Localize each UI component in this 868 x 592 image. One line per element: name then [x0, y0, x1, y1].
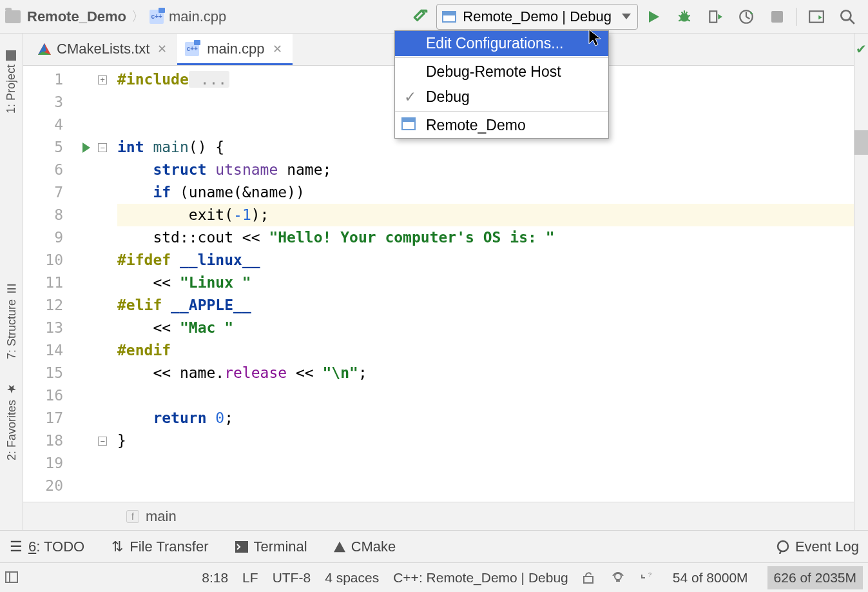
- lock-icon[interactable]: [583, 571, 597, 585]
- run-config-selector[interactable]: Remote_Demo | Debug: [436, 4, 638, 30]
- svg-point-8: [778, 541, 788, 551]
- dropdown-debug[interactable]: ✓ Debug: [395, 84, 608, 110]
- svg-rect-11: [584, 577, 593, 583]
- tool-event-log[interactable]: Event Log: [776, 538, 859, 555]
- status-bar: 8:18 LF UTF-8 4 spaces C++: Remote_Demo …: [0, 562, 868, 592]
- svg-point-4: [841, 10, 851, 20]
- profile-icon[interactable]: [737, 8, 755, 26]
- breadcrumb-function[interactable]: main: [146, 508, 177, 525]
- fold-end-icon[interactable]: −: [98, 429, 117, 452]
- separator: [395, 57, 608, 58]
- right-gutter: ✔: [854, 34, 868, 530]
- separator: [796, 8, 797, 26]
- run-icon[interactable]: [644, 8, 662, 26]
- status-line-ending[interactable]: LF: [242, 570, 258, 586]
- application-icon: [401, 117, 416, 134]
- windows-icon[interactable]: [5, 571, 19, 585]
- svg-rect-9: [6, 572, 17, 582]
- dropdown-remote-demo[interactable]: Remote_Demo: [395, 113, 608, 138]
- dropdown-edit-configurations[interactable]: Edit Configurations...: [395, 31, 608, 56]
- status-indent[interactable]: 4 spaces: [325, 570, 379, 586]
- folder-icon: [5, 10, 21, 23]
- tool-todo[interactable]: ☰ 6: TODO: [9, 538, 84, 555]
- ide-root: Remote_Demo 〉 c++ main.cpp Remote_Demo |…: [0, 0, 868, 592]
- cmake-icon: [333, 541, 346, 553]
- close-icon[interactable]: ✕: [270, 42, 285, 56]
- dropdown-item-label: Debug-Remote Host: [426, 63, 561, 81]
- run-config-label: Remote_Demo | Debug: [463, 8, 612, 25]
- fold-gutter: + − −: [98, 66, 117, 502]
- svg-point-12: [615, 573, 621, 580]
- tab-cmakelists[interactable]: CMakeLists.txt ✕: [30, 34, 177, 65]
- breadcrumb[interactable]: Remote_Demo 〉 c++ main.cpp: [5, 8, 226, 25]
- sync-icon[interactable]: ?: [639, 571, 653, 585]
- gutter-icons: [75, 66, 98, 502]
- run-line-icon[interactable]: [75, 136, 98, 159]
- debug-icon[interactable]: [675, 8, 693, 26]
- chevron-right-icon: 〉: [129, 8, 147, 25]
- fold-collapse-icon[interactable]: −: [98, 136, 117, 159]
- tab-label: CMakeLists.txt: [57, 41, 149, 57]
- search-icon[interactable]: [838, 8, 856, 26]
- tool-window-project[interactable]: 1: Project: [5, 50, 18, 113]
- editor-breadcrumb: f main: [23, 502, 854, 530]
- cmake-icon: [37, 43, 52, 55]
- tab-main-cpp[interactable]: c++ main.cpp ✕: [177, 34, 292, 65]
- scrollbar-marker[interactable]: [854, 130, 868, 155]
- svg-rect-7: [235, 541, 248, 553]
- tool-file-transfer[interactable]: ⇅ File Transfer: [110, 538, 208, 555]
- dropdown-item-label: Edit Configurations...: [426, 35, 564, 52]
- function-icon: f: [126, 510, 139, 523]
- terminal-icon: [235, 540, 249, 554]
- chevron-down-icon: [622, 14, 631, 19]
- status-caret-pos[interactable]: 8:18: [202, 570, 228, 586]
- balloon-icon: [776, 540, 790, 554]
- inspection-ok-icon[interactable]: ✔: [856, 41, 867, 57]
- tool-window-structure[interactable]: 7: Structure☰: [5, 282, 19, 359]
- star-icon: ★: [5, 382, 19, 396]
- tool-window-favorites[interactable]: 2: Favorites★: [5, 382, 19, 460]
- structure-icon: ☰: [5, 282, 19, 295]
- svg-rect-10: [6, 572, 10, 582]
- list-icon: ☰: [9, 540, 23, 554]
- top-toolbar: Remote_Demo 〉 c++ main.cpp Remote_Demo |…: [0, 0, 868, 34]
- fold-expand-icon[interactable]: +: [98, 68, 117, 91]
- breadcrumb-file[interactable]: main.cpp: [169, 8, 226, 25]
- cpp-file-icon: c++: [185, 42, 199, 56]
- svg-text:?: ?: [648, 571, 651, 578]
- tool-cmake[interactable]: CMake: [333, 538, 396, 555]
- svg-rect-6: [402, 118, 415, 122]
- tool-terminal[interactable]: Terminal: [235, 538, 307, 555]
- dropdown-item-label: Debug: [426, 88, 470, 106]
- status-encoding[interactable]: UTF-8: [273, 570, 311, 586]
- dropdown-debug-remote-host[interactable]: Debug-Remote Host: [395, 59, 608, 84]
- line-numbers: 1 3 4 5 6 7 8 9 10 11 12 13 14 15 16 17: [23, 66, 75, 502]
- run-anything-icon[interactable]: [807, 8, 825, 26]
- breadcrumb-project[interactable]: Remote_Demo: [27, 8, 126, 25]
- left-tool-strip: 1: Project 7: Structure☰ 2: Favorites★: [0, 34, 23, 530]
- run-config-dropdown: Edit Configurations... Debug-Remote Host…: [394, 30, 609, 139]
- stop-icon[interactable]: [768, 8, 786, 26]
- cpp-file-icon: c++: [149, 10, 164, 24]
- close-icon[interactable]: ✕: [155, 42, 169, 56]
- application-icon: [442, 11, 456, 23]
- svg-rect-3: [809, 11, 824, 22]
- bottom-tool-buttons: ☰ 6: TODO ⇅ File Transfer Terminal CMake…: [0, 530, 868, 562]
- run-with-coverage-icon[interactable]: [706, 8, 724, 26]
- status-memory-1[interactable]: 54 of 8000M: [668, 569, 753, 587]
- tab-label: main.cpp: [207, 41, 264, 57]
- separator: [395, 111, 608, 112]
- hector-icon[interactable]: [611, 571, 625, 585]
- build-icon[interactable]: [412, 8, 430, 26]
- dropdown-item-label: Remote_Demo: [426, 117, 526, 134]
- status-context[interactable]: C++: Remote_Demo | Debug: [393, 570, 568, 586]
- transfer-icon: ⇅: [110, 540, 124, 554]
- folder-icon: [6, 50, 17, 61]
- svg-rect-1: [709, 11, 717, 22]
- status-memory-2[interactable]: 626 of 2035M: [767, 566, 863, 589]
- check-icon: ✓: [404, 88, 416, 106]
